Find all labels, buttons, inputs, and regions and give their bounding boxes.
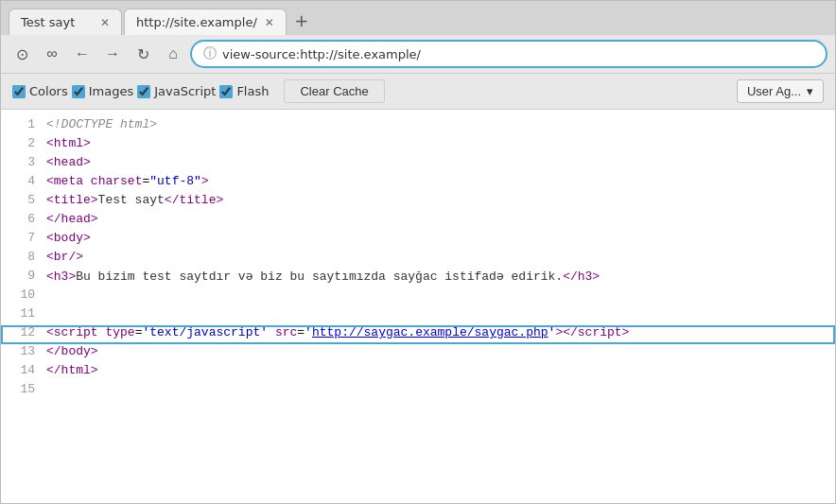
reload-button[interactable]: ↻ [130, 41, 156, 67]
javascript-label: JavaScript [154, 84, 216, 98]
line-content: </head> [46, 212, 827, 226]
home-button[interactable]: ⌂ [160, 41, 186, 67]
dropdown-icon: ▾ [807, 84, 813, 98]
source-line: 10 [1, 287, 835, 306]
line-number: 1 [9, 117, 35, 131]
infinity-icon: ∞ [46, 45, 57, 62]
source-line: 9<h3>Bu bizim test saytdır və biz bu say… [1, 269, 835, 287]
reload-icon: ↻ [137, 45, 149, 63]
line-content: <head> [46, 155, 827, 169]
source-view: 1<!DOCTYPE html>2<html>3<head>4<meta cha… [1, 110, 835, 503]
source-line: 2<html> [1, 136, 835, 155]
line-content: </html> [46, 363, 827, 377]
tab-bar: Test sayt ✕ http://site.example/ ✕ + [1, 1, 835, 35]
forward-button[interactable]: → [99, 41, 126, 67]
clear-cache-button[interactable]: Clear Cache [284, 79, 384, 103]
line-number: 14 [9, 363, 35, 377]
source-line: 3<head> [1, 155, 835, 174]
address-text: view-source:http://site.example/ [222, 47, 421, 61]
line-number: 10 [9, 287, 35, 302]
user-agent-label: User Ag... [747, 84, 801, 98]
line-number: 6 [9, 212, 35, 226]
new-tab-button[interactable]: + [288, 7, 315, 33]
line-content: <body> [46, 231, 827, 245]
javascript-checkbox[interactable] [137, 85, 150, 98]
home-icon: ⌂ [168, 45, 178, 62]
line-content: <script type='text/javascript' src='http… [46, 325, 827, 339]
flash-checkbox-item[interactable]: Flash [219, 84, 269, 98]
tab-test-sayt[interactable]: Test sayt ✕ [9, 9, 122, 35]
info-icon: ⓘ [203, 45, 217, 62]
line-number: 9 [9, 269, 35, 283]
back-arrow-icon: ← [75, 45, 90, 62]
history-icon: ⊙ [16, 45, 28, 63]
flash-label: Flash [236, 84, 269, 98]
line-content: <meta charset="utf-8"> [46, 174, 827, 188]
line-number: 11 [9, 306, 35, 321]
images-checkbox-item[interactable]: Images [72, 84, 134, 98]
back-button[interactable]: ← [69, 41, 96, 67]
images-checkbox[interactable] [72, 85, 85, 98]
line-number: 3 [9, 155, 35, 169]
source-line: 5<title>Test sayt</title> [1, 193, 835, 212]
address-bar[interactable]: ⓘ view-source:http://site.example/ [190, 40, 827, 68]
infinity-button[interactable]: ∞ [39, 41, 65, 67]
tab-site-example[interactable]: http://site.example/ ✕ [124, 9, 287, 35]
nav-bar: ⊙ ∞ ← → ↻ ⌂ ⓘ view-source:http://site.ex… [1, 35, 835, 74]
browser-window: Test sayt ✕ http://site.example/ ✕ + ⊙ ∞… [0, 0, 836, 504]
tab-close-icon[interactable]: ✕ [265, 16, 274, 29]
forward-arrow-icon: → [105, 45, 120, 62]
toolbar: Colors Images JavaScript Flash Clear Cac… [1, 74, 835, 110]
colors-label: Colors [29, 84, 68, 98]
line-content: <br/> [46, 250, 827, 264]
images-label: Images [89, 84, 134, 98]
source-line: 14</html> [1, 363, 835, 382]
source-line: 12<script type='text/javascript' src='ht… [1, 325, 835, 344]
line-number: 13 [9, 344, 35, 358]
user-agent-button[interactable]: User Ag... ▾ [737, 79, 824, 103]
line-number: 5 [9, 193, 35, 207]
colors-checkbox[interactable] [12, 85, 26, 98]
history-back-button[interactable]: ⊙ [9, 41, 35, 67]
line-number: 12 [9, 325, 35, 339]
line-content: <title>Test sayt</title> [46, 193, 827, 207]
source-line: 1<!DOCTYPE html> [1, 117, 835, 136]
tab-label: http://site.example/ [136, 15, 257, 29]
tab-close-icon[interactable]: ✕ [100, 16, 110, 29]
line-content: </body> [46, 344, 827, 358]
source-line: 7<body> [1, 231, 835, 250]
tab-label: Test sayt [21, 15, 75, 29]
source-line: 6</head> [1, 212, 835, 231]
source-line: 15 [1, 382, 835, 401]
line-number: 15 [9, 382, 35, 396]
line-number: 4 [9, 174, 35, 188]
line-number: 8 [9, 250, 35, 264]
source-line: 11 [1, 306, 835, 325]
line-number: 7 [9, 231, 35, 245]
source-line: 4<meta charset="utf-8"> [1, 174, 835, 193]
line-content: <html> [46, 136, 827, 150]
line-content: <!DOCTYPE html> [46, 117, 827, 131]
line-number: 2 [9, 136, 35, 150]
javascript-checkbox-item[interactable]: JavaScript [137, 84, 216, 98]
source-line: 13</body> [1, 344, 835, 363]
colors-checkbox-item[interactable]: Colors [12, 84, 68, 98]
source-line: 8<br/> [1, 250, 835, 269]
line-content: <h3>Bu bizim test saytdır və biz bu sayt… [46, 269, 827, 284]
flash-checkbox[interactable] [219, 85, 233, 98]
